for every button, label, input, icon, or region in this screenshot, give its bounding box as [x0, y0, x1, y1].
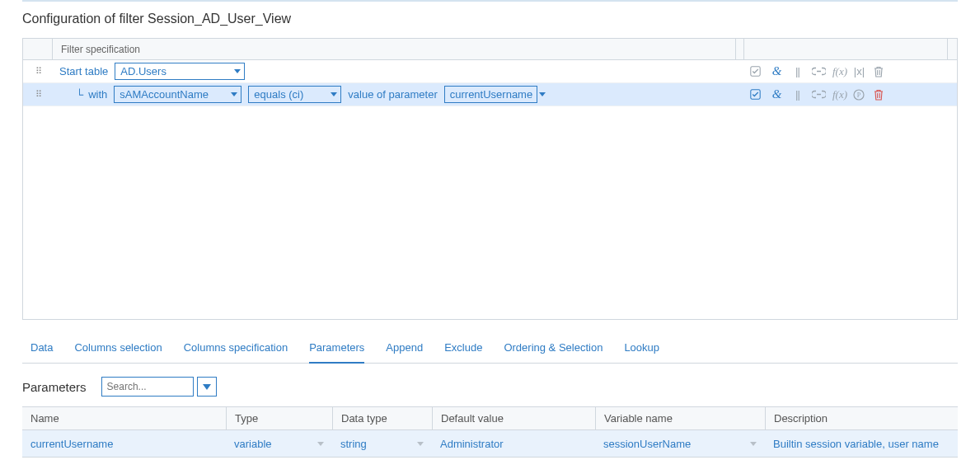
tab-parameters[interactable]: Parameters	[309, 341, 364, 364]
parameters-section-title: Parameters	[22, 380, 87, 394]
fx-icon[interactable]: f(x)	[832, 65, 845, 78]
link-icon[interactable]	[812, 90, 824, 99]
and-operator-icon[interactable]: &	[771, 64, 783, 78]
col-header-name[interactable]: Name	[22, 407, 226, 429]
parameters-table-header: Name Type Data type Default value Variab…	[22, 407, 958, 430]
fx-icon[interactable]: f(x)	[832, 88, 845, 101]
page-title: Configuration of filter Session_AD_User_…	[22, 12, 958, 26]
parameters-search-filter-button[interactable]	[197, 377, 217, 397]
filter-spec-header-label: Filter specification	[53, 44, 735, 55]
col-header-default-value[interactable]: Default value	[432, 407, 595, 429]
col-header-variable-name[interactable]: Variable name	[595, 407, 765, 429]
parameters-search-input[interactable]	[101, 377, 194, 397]
chevron-down-icon	[234, 69, 241, 73]
parameter-select[interactable]: currentUsername	[444, 86, 537, 103]
chevron-down-icon	[539, 92, 546, 96]
operator-select-value: equals (ci)	[254, 88, 303, 101]
tab-ordering-selection[interactable]: Ordering & Selection	[504, 341, 603, 364]
tab-columns-specification[interactable]: Columns specification	[184, 341, 288, 364]
svg-text:P: P	[857, 92, 861, 99]
filter-condition-row[interactable]: ⠿ └ with sAMAccountName equals (ci) valu…	[23, 83, 957, 106]
chevron-down-icon	[750, 442, 757, 446]
bottom-tabs: Data Columns selection Columns specifica…	[22, 330, 958, 364]
link-icon[interactable]	[812, 67, 824, 76]
cell-data-type[interactable]: string	[332, 438, 432, 450]
parameters-table: Name Type Data type Default value Variab…	[22, 406, 958, 458]
col-header-type[interactable]: Type	[226, 407, 332, 429]
field-select-value: sAMAccountName	[120, 88, 209, 101]
cell-type[interactable]: variable	[226, 438, 332, 450]
tree-branch-icon: └	[76, 88, 83, 101]
cell-default-value[interactable]: Administrator	[432, 438, 595, 450]
cell-variable-name[interactable]: sessionUserName	[595, 438, 765, 450]
tab-lookup[interactable]: Lookup	[624, 341, 659, 364]
value-of-parameter-label: value of parameter	[348, 88, 437, 101]
tab-data[interactable]: Data	[30, 341, 53, 364]
or-operator-icon[interactable]: ||	[791, 88, 804, 101]
parameter-select-value: currentUsername	[450, 88, 532, 101]
chevron-down-icon	[331, 92, 337, 96]
tab-append[interactable]: Append	[386, 341, 423, 364]
with-label: with	[88, 88, 107, 101]
start-table-label: Start table	[59, 65, 108, 77]
tab-exclude[interactable]: Exclude	[444, 341, 482, 364]
p-circle-icon[interactable]: P	[853, 89, 865, 101]
chevron-down-icon	[317, 442, 324, 446]
and-operator-icon[interactable]: &	[771, 87, 783, 101]
operator-select[interactable]: equals (ci)	[248, 86, 341, 103]
filter-triangle-icon	[203, 384, 211, 390]
trash-icon[interactable]	[874, 66, 886, 77]
drag-handle-icon[interactable]: ⠿	[23, 66, 53, 77]
start-table-value: AD.Users	[120, 65, 166, 77]
parameters-table-row[interactable]: currentUsername variable string Administ…	[22, 430, 958, 457]
filter-row-start-table[interactable]: ⠿ Start table AD.Users & || f(x) |x|	[23, 60, 957, 83]
cell-name: currentUsername	[22, 438, 226, 450]
chevron-down-icon	[231, 92, 237, 96]
filter-specification-panel: Filter specification ⠿ Start table AD.Us…	[22, 38, 958, 320]
tab-columns-selection[interactable]: Columns selection	[74, 341, 162, 364]
field-select[interactable]: sAMAccountName	[114, 86, 241, 103]
check-icon[interactable]	[750, 66, 762, 77]
filter-spec-header: Filter specification	[23, 39, 957, 60]
col-header-description[interactable]: Description	[765, 407, 958, 429]
cell-description: Builtin session variable, user name	[765, 438, 958, 450]
trash-icon[interactable]	[874, 89, 886, 101]
start-table-select[interactable]: AD.Users	[115, 63, 245, 80]
chevron-down-icon	[417, 442, 424, 446]
drag-handle-icon[interactable]: ⠿	[23, 89, 53, 100]
check-icon[interactable]	[750, 89, 762, 100]
col-header-data-type[interactable]: Data type	[332, 407, 432, 429]
or-operator-icon[interactable]: ||	[791, 65, 804, 77]
abs-icon[interactable]: |x|	[853, 65, 865, 77]
